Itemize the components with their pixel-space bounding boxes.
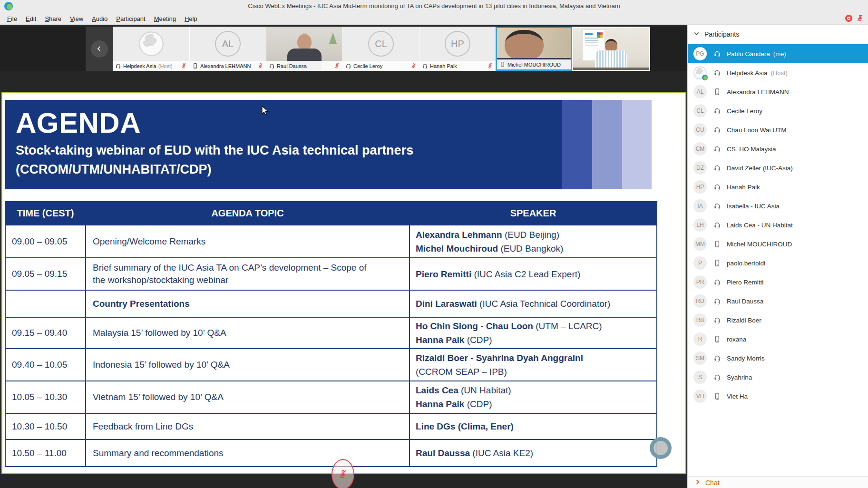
video-tile-raul-daussa[interactable]: Raul Daussa [266,27,342,71]
menu-edit[interactable]: Edit [21,15,40,22]
phone-icon [713,259,721,267]
participant-row-cs-ho-malaysia[interactable]: CMCS HO Malaysia [688,139,868,158]
avatar-initials: MM [693,237,707,251]
participant-name: Pablo Gándara [727,50,770,58]
video-tile-cecile-leroy[interactable]: CLCecile Leroy [342,27,419,71]
participants-list: PGPablo Gándara(me)Helpdesk Asia(Host)AL… [688,44,868,406]
recording-indicator-icon [845,15,852,22]
tile-participant-name: Raul Daussa [277,63,307,69]
participant-role-suffix: (me) [773,50,786,58]
participant-name: Sandy Morris [727,355,765,362]
avatar-initials: S [693,371,707,384]
avatar-initials: DZ [693,161,707,175]
participant-row-roxana[interactable]: Rroxana [688,330,868,349]
chat-label: Chat [705,479,720,487]
participant-name: Helpdesk Asia [727,69,768,77]
video-tile-michel-mouchiroud[interactable]: Michel MOUCHIROUD [496,27,572,71]
muted-mic-icon [334,63,340,69]
headset-icon [713,221,721,229]
headset-icon [269,63,275,69]
participants-header[interactable]: Participants [688,25,868,44]
menu-help[interactable]: Help [180,15,202,22]
agenda-cell-time: 10.50 – 11.00 [5,439,86,467]
participant-row-helpdesk-asia[interactable]: Helpdesk Asia(Host) [688,63,868,82]
menu-audio[interactable]: Audio [88,15,112,22]
participant-name: Piero Remitti [727,279,763,286]
phone-icon [192,63,198,69]
participant-name: Cecile Leroy [727,107,762,115]
avatar-initials: SM [693,351,707,365]
headset-icon [713,107,721,115]
participant-name: paolo.bertoldi [727,260,765,267]
menu-participant[interactable]: Participant [112,15,149,22]
headset-icon [422,63,428,69]
participant-name: David Zeller (IUC-Asia) [727,165,793,172]
participant-row-sandy-morris[interactable]: SMSandy Morris [688,349,868,368]
webex-window: Cisco WebEx Meetings - IUC Asia Mid-term… [0,0,868,488]
agenda-row: 10.05 – 10.30Vietnam 15’ followed by 10’… [5,381,657,413]
avatar-initials: AL [693,85,707,98]
menu-share[interactable]: Share [40,15,66,22]
participant-row-laids-cea-un-habitat[interactable]: LHLaids Cea - UN Habitat [688,215,868,234]
slide-subtitle: Stock-taking webinar of EUD with the IUC… [16,141,413,179]
participant-row-hanah-paik[interactable]: HPHanah Paik [688,177,868,196]
participant-name: Chau Loon Wai UTM [727,127,787,134]
mute-indicator[interactable] [332,459,354,488]
participant-name: Alexandra LEHMANN [727,88,789,96]
participant-name: Syahrina [727,374,752,381]
chat-section-header[interactable]: Chat [688,476,868,488]
participant-row-alexandra-lehmann[interactable]: ALAlexandra LEHMANN [688,82,868,101]
headset-icon [713,202,721,210]
avatar-initials: RB [693,313,707,327]
slide-subtitle-line1: Stock-taking webinar of EUD with the IUC… [16,141,413,160]
banner-stripe-light [622,100,652,189]
participant-row-raul-daussa[interactable]: RDRaul Daussa [688,292,868,311]
participant-row-syahrina[interactable]: SSyahrina [688,368,868,387]
agenda-row: 10.30 – 10.50Feedback from Line DGsLine … [5,413,657,439]
video-tile-hanah-paik[interactable]: HPHanah Paik [419,27,496,71]
participant-row-michel-mouchiroud[interactable]: MMMichel MOUCHIROUD [688,234,868,254]
phone-icon [713,88,721,96]
headset-icon [713,297,721,305]
menu-items: FileEditShareViewAudioParticipantMeeting… [3,14,202,23]
video-tile-alexandra-lehmann[interactable]: ALAlexandra LEHMANN [189,27,266,71]
video-tile-selfview[interactable] [572,27,650,71]
webex-watermark-icon [650,437,672,459]
filmstrip-prev-button[interactable] [86,27,113,71]
menu-view[interactable]: View [66,15,88,22]
participant-row-rizaldi-boer[interactable]: RBRizaldi Boer [688,311,868,330]
participant-row-cecile-leroy[interactable]: CLCecile Leroy [688,101,868,120]
participant-row-isabella-iuc-asia[interactable]: IAIsabella - IUC Asia [688,196,868,215]
tile-name-label: Helpdesk Asia(Host) [113,61,189,71]
menu-bar: FileEditShareViewAudioParticipantMeeting… [0,12,868,25]
participant-row-paolo-bertoldi[interactable]: Ppaolo.bertoldi [688,254,868,273]
menu-file[interactable]: File [3,15,21,22]
phone-icon [713,392,721,400]
participant-row-david-zeller-iuc-asia-[interactable]: DZDavid Zeller (IUC-Asia) [688,158,868,177]
video-tile-helpdesk-asia[interactable]: Helpdesk Asia(Host) [113,27,189,71]
participant-row-viet-ha[interactable]: VHViet Ha [688,387,868,406]
agenda-cell-speaker: Laids Cea (UN Habitat)Hanna Paik (CDP) [410,381,657,413]
meeting-stage: Helpdesk Asia(Host)ALAlexandra LEHMANNRa… [0,25,687,488]
tile-name-label: Cecile Leroy [343,61,419,71]
participant-row-pablo-g-ndara[interactable]: PGPablo Gándara(me) [688,44,868,63]
avatar-initials: CU [693,123,707,137]
agenda-cell-time: 09.15 – 09.40 [5,317,86,349]
headset-icon [713,354,721,362]
participant-name: Isabella - IUC Asia [727,203,780,210]
agenda-cell-speaker: Piero Remitti (IUC Asia C2 Lead Expert) [410,258,657,290]
muted-mic-icon [181,63,187,69]
avatar-initials: CM [693,142,707,156]
tile-participant-name: Michel MOUCHIROUD [507,62,561,68]
tile-participant-name: Helpdesk Asia [123,63,156,69]
menu-meeting[interactable]: Meeting [150,15,180,22]
agenda-cell-time: 10.05 – 10.30 [5,381,86,413]
participant-name: Rizaldi Boer [727,317,761,324]
participant-row-piero-remitti[interactable]: PRPiero Remitti [688,273,868,292]
agenda-cell-speaker: Raul Daussa (IUC Asia KE2) [410,439,657,467]
agenda-row: 09.00 – 09.05Opening/Welcome RemarksAlex… [5,225,657,258]
tile-name-label: Michel MOUCHIROUD [497,59,571,69]
participant-row-chau-loon-wai-utm[interactable]: CUChau Loon Wai UTM [688,120,868,139]
agenda-cell-speaker: Rizaldi Boer - Syahrina Dyah Anggraini(C… [410,349,657,381]
mouse-cursor [262,106,269,118]
